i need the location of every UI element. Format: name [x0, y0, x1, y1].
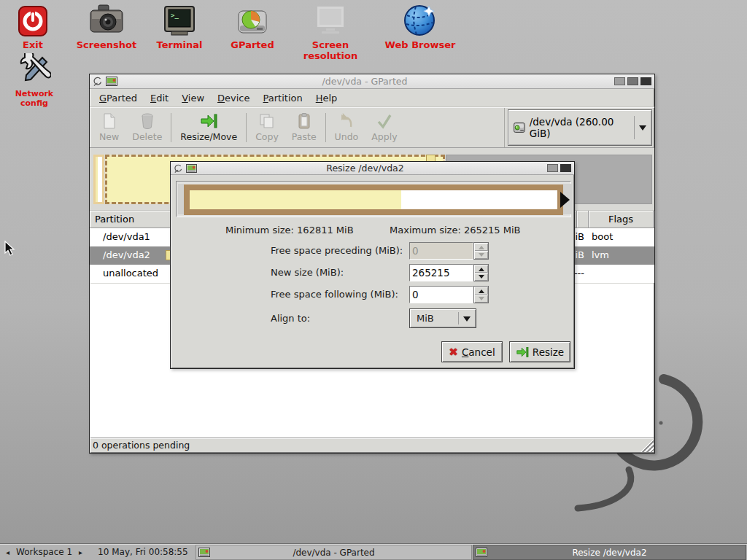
paste-button[interactable]: Paste — [285, 108, 323, 147]
resize-move-button[interactable]: Resize/Move — [174, 108, 244, 147]
resize-move-icon — [200, 113, 217, 129]
column-header-clipped[interactable] — [577, 211, 589, 228]
apply-button[interactable]: Apply — [365, 108, 403, 147]
delete-button[interactable]: Delete — [125, 108, 169, 147]
slider-left-handle[interactable] — [178, 184, 184, 214]
desktop-icon-label: Web Browser — [376, 39, 464, 50]
new-size-label: New size (MiB): — [271, 267, 344, 278]
spin-up-button — [474, 243, 488, 251]
globe-icon — [376, 3, 464, 37]
close-button[interactable] — [560, 164, 571, 172]
desktop-icon-screenshot[interactable]: Screenshot — [70, 3, 143, 50]
disk-partition-icon — [223, 3, 282, 37]
maximize-button[interactable] — [627, 77, 638, 85]
align-to-value: MiB — [417, 313, 434, 324]
app-window-icon — [476, 548, 487, 557]
align-to-dropdown[interactable]: MiB — [409, 308, 476, 328]
power-icon — [10, 3, 55, 37]
debian-swirl-icon — [93, 77, 102, 86]
resize-button[interactable]: Resize — [509, 341, 570, 362]
column-header-flags[interactable]: Flags — [589, 211, 654, 228]
desktop-icon-web-browser[interactable]: Web Browser — [376, 3, 464, 50]
terminal-icon: >_ — [150, 3, 209, 37]
slider-partition-frame[interactable] — [184, 184, 563, 215]
desktop-icon-network-config[interactable]: Network config — [4, 52, 64, 108]
partition-box-vda1[interactable] — [93, 155, 104, 204]
spin-up-button[interactable] — [474, 265, 488, 273]
desktop-icon-terminal[interactable]: >_ Terminal — [150, 3, 209, 50]
resize-grip[interactable] — [640, 439, 654, 452]
clock: 10 May, Fri 00:58:55 — [98, 547, 188, 557]
new-size-field[interactable] — [409, 264, 473, 281]
menu-help[interactable]: Help — [309, 90, 344, 106]
apply-check-icon — [376, 113, 392, 129]
desktop-icon-label: Screen resolution — [285, 39, 376, 61]
slider-arrow-icon[interactable] — [560, 192, 570, 208]
maximum-size-label: Maximum size: 265215 MiB — [390, 225, 520, 236]
menubar: GParted Edit View Device Partition Help — [90, 89, 654, 107]
spin-down-button[interactable] — [474, 273, 488, 281]
toolbar-divider — [504, 108, 505, 147]
dialog-titlebar[interactable]: Resize /dev/vda2 — [171, 162, 574, 175]
undo-button[interactable]: Undo — [328, 108, 365, 147]
minimize-button[interactable] — [614, 77, 625, 85]
monitor-icon — [285, 3, 376, 37]
spin-down-button[interactable] — [474, 295, 488, 303]
desktop-icon-gparted[interactable]: GParted — [223, 3, 282, 50]
cancel-button[interactable]: ✖ Cancel — [441, 341, 503, 362]
cancel-x-icon: ✖ — [449, 346, 458, 359]
desktop-icon-label: Terminal — [150, 39, 209, 50]
new-button[interactable]: New — [93, 108, 125, 147]
toolbar-separator — [325, 113, 326, 142]
desktop-icon-label: GParted — [223, 39, 282, 50]
svg-text:>_: >_ — [171, 12, 179, 19]
statusbar: 0 operations pending — [90, 438, 654, 452]
menu-device[interactable]: Device — [211, 90, 256, 106]
dialog-title: Resize /dev/vda2 — [200, 163, 530, 174]
desktop-icon-exit[interactable]: Exit — [10, 3, 55, 50]
copy-button[interactable]: Copy — [249, 108, 285, 147]
delete-partition-icon — [141, 113, 154, 129]
free-space-following-field[interactable] — [409, 286, 473, 303]
desktop-icon-screen-resolution[interactable]: Screen resolution — [285, 3, 376, 61]
taskbar-item-gparted[interactable]: /dev/vda - GParted — [196, 545, 472, 560]
device-selector[interactable]: /dev/vda (260.00 GiB) — [508, 109, 652, 146]
workspace-next-arrow[interactable]: ▸ — [77, 548, 84, 556]
desktop-icon-label: Screenshot — [70, 39, 143, 50]
new-partition-icon — [102, 113, 117, 129]
toolbar-separator — [171, 113, 171, 142]
tools-icon — [4, 52, 64, 87]
main-window-title: /dev/vda - GParted — [119, 76, 611, 87]
new-size-spinner[interactable] — [473, 264, 489, 281]
main-window-titlebar[interactable]: /dev/vda - GParted — [90, 74, 654, 89]
free-space-preceding-label: Free space preceding (MiB): — [271, 245, 403, 256]
desktop-icon-label: Exit — [10, 39, 55, 50]
maximize-button[interactable] — [547, 164, 558, 172]
paste-icon — [298, 113, 311, 129]
app-window-icon — [186, 164, 197, 173]
resize-slider-widget — [176, 181, 571, 217]
taskbar: ◂ Workspace 1 ▸ 10 May, Fri 00:58:55 ◂ ▸… — [0, 543, 747, 560]
free-space-following-spinner[interactable] — [473, 286, 489, 303]
menu-view[interactable]: View — [175, 90, 211, 106]
chevron-down-icon — [639, 125, 646, 134]
camera-icon — [70, 3, 143, 37]
free-space-preceding-spinner — [473, 242, 489, 260]
menu-partition[interactable]: Partition — [257, 90, 309, 106]
resize-arrow-icon — [516, 346, 529, 358]
toolbar: New Delete Resize/Move Copy — [90, 107, 654, 148]
operations-pending-text: 0 operations pending — [93, 440, 190, 451]
menu-gparted[interactable]: GParted — [93, 90, 144, 106]
close-button[interactable] — [640, 77, 651, 85]
minimum-size-label: Minimum size: 162811 MiB — [225, 225, 354, 236]
undo-icon — [338, 113, 355, 129]
spin-up-button[interactable] — [474, 287, 488, 295]
resize-dialog: Resize /dev/vda2 Minimum size: 162811 Mi… — [170, 161, 575, 369]
taskbar-item-resize-dialog[interactable]: Resize /dev/vda2 — [473, 545, 746, 560]
device-selector-label: /dev/vda (260.00 GiB) — [530, 116, 630, 139]
workspace-prev-arrow[interactable]: ◂ — [4, 548, 11, 556]
menu-edit[interactable]: Edit — [144, 90, 175, 106]
debian-swirl-icon — [174, 164, 182, 173]
toolbar-separator — [246, 113, 247, 142]
app-window-icon — [106, 77, 117, 86]
